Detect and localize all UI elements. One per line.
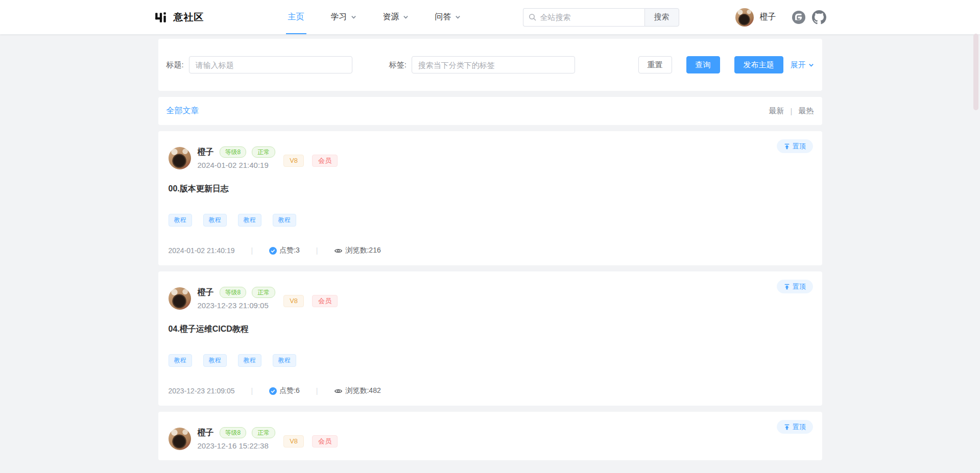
like-check-icon — [269, 387, 277, 395]
level-badge: 等级8 — [220, 146, 247, 158]
post-tag[interactable]: 教程 — [238, 214, 261, 227]
main-content: 标题: 标签: 重置 查询 发布主题 展开 全部文章 最新 | 最热 — [158, 34, 822, 460]
query-button[interactable]: 查询 — [686, 56, 720, 73]
title-filter-label: 标题: — [166, 60, 184, 70]
nav-item-resources[interactable]: 资源 — [370, 0, 422, 34]
publish-topic-button[interactable]: 发布主题 — [734, 56, 783, 73]
stat-divider: | — [251, 246, 253, 255]
pin-top-icon — [784, 143, 790, 150]
post-tag[interactable]: 教程 — [238, 354, 261, 367]
likes-stat: 点赞:6 — [269, 386, 300, 395]
eye-icon — [334, 246, 343, 255]
post-tag[interactable]: 教程 — [169, 214, 192, 227]
user-area: 橙子 — [735, 8, 826, 27]
page-scrollbar[interactable] — [973, 34, 978, 110]
level-badge: 等级8 — [220, 287, 247, 298]
nav-item-learn[interactable]: 学习 — [318, 0, 370, 34]
title-filter-input[interactable] — [189, 56, 352, 73]
chevron-down-icon — [403, 14, 409, 20]
expand-label: 展开 — [791, 60, 806, 70]
search-box[interactable] — [523, 8, 644, 27]
status-badge: 正常 — [252, 287, 275, 298]
vip-badge: V8 — [283, 295, 304, 307]
search-input[interactable] — [540, 13, 639, 21]
nav-item-home[interactable]: 主页 — [275, 0, 318, 34]
sort-newest[interactable]: 最新 — [769, 106, 784, 116]
pin-label: 置顶 — [793, 142, 806, 151]
member-badge: 会员 — [312, 155, 338, 167]
stat-time: 2024-01-02 21:40:19 — [169, 246, 235, 255]
post-tag[interactable]: 教程 — [169, 354, 192, 367]
post-card: 置顶 橙子 等级8 正常 2023-12-23 21:09:05 V8 会员 0… — [158, 271, 822, 406]
views-text: 浏览数:216 — [345, 246, 380, 255]
post-time: 2024-01-02 21:40:19 — [198, 161, 276, 169]
sort-divider: | — [791, 107, 793, 115]
eye-icon — [334, 387, 343, 395]
post-author-row: 橙子 等级8 正常 2023-12-23 21:09:05 V8 会员 — [169, 287, 812, 310]
likes-stat: 点赞:3 — [269, 246, 300, 255]
main-nav: 主页 学习 资源 问答 — [275, 0, 474, 34]
pin-button[interactable]: 置顶 — [777, 420, 813, 434]
brand[interactable]: 意社区 — [154, 11, 204, 24]
tag-filter-input[interactable] — [412, 56, 575, 73]
site-search: 搜索 — [523, 8, 679, 27]
author-name[interactable]: 橙子 — [198, 428, 214, 438]
author-name[interactable]: 橙子 — [198, 287, 214, 298]
post-time: 2023-12-16 15:22:38 — [198, 441, 276, 450]
post-stats: 2024-01-02 21:40:19 | 点赞:3 | 浏览数:216 — [169, 246, 812, 255]
vip-badge: V8 — [283, 435, 304, 447]
likes-text: 点赞:3 — [279, 246, 300, 255]
vip-badge: V8 — [283, 155, 304, 167]
pin-label: 置顶 — [793, 422, 806, 432]
nav-item-qa[interactable]: 问答 — [422, 0, 474, 34]
brand-logo-icon — [154, 11, 168, 24]
author-avatar[interactable] — [169, 147, 191, 169]
nav-item-label: 学习 — [331, 12, 347, 22]
top-header: 意社区 主页 学习 资源 问答 — [0, 0, 980, 34]
member-badge: 会员 — [312, 295, 338, 307]
list-header: 全部文章 最新 | 最热 — [158, 97, 822, 125]
pin-button[interactable]: 置顶 — [777, 139, 813, 153]
pin-label: 置顶 — [793, 282, 806, 291]
post-title[interactable]: 04.橙子运维CICD教程 — [169, 324, 812, 335]
brand-title: 意社区 — [174, 11, 204, 24]
pin-top-icon — [784, 284, 790, 290]
github-icon[interactable] — [812, 10, 826, 24]
post-author-row: 橙子 等级8 正常 2024-01-02 21:40:19 V8 会员 — [169, 146, 812, 169]
post-tags: 教程 教程 教程 教程 — [169, 214, 812, 227]
views-stat: 浏览数:482 — [334, 386, 380, 395]
search-icon — [529, 13, 536, 21]
expand-toggle[interactable]: 展开 — [791, 60, 814, 70]
stat-divider: | — [316, 246, 318, 255]
post-author-row: 橙子 等级8 正常 2023-12-16 15:22:38 V8 会员 — [169, 427, 812, 450]
author-avatar[interactable] — [169, 287, 191, 310]
author-avatar[interactable] — [169, 428, 191, 450]
post-tag[interactable]: 教程 — [203, 214, 227, 227]
post-tag[interactable]: 教程 — [273, 214, 296, 227]
level-badge: 等级8 — [220, 427, 247, 438]
all-articles-tab[interactable]: 全部文章 — [166, 106, 199, 116]
status-badge: 正常 — [252, 427, 275, 438]
filter-panel: 标题: 标签: 重置 查询 发布主题 展开 — [158, 39, 822, 91]
post-title[interactable]: 00.版本更新日志 — [169, 184, 812, 194]
user-avatar[interactable] — [735, 8, 754, 27]
post-stats: 2023-12-23 21:09:05 | 点赞:6 | 浏览数:482 — [169, 386, 812, 395]
post-time: 2023-12-23 21:09:05 — [198, 301, 276, 310]
search-button[interactable]: 搜索 — [644, 8, 679, 27]
sort-options: 最新 | 最热 — [769, 106, 814, 116]
nav-item-label: 主页 — [288, 12, 304, 22]
sort-hottest[interactable]: 最热 — [799, 106, 814, 116]
post-card: 置顶 橙子 等级8 正常 2023-12-16 15:22:38 V8 会员 — [158, 412, 822, 460]
author-name[interactable]: 橙子 — [198, 147, 214, 158]
post-tag[interactable]: 教程 — [273, 354, 296, 367]
nav-item-label: 资源 — [383, 12, 399, 22]
reset-button[interactable]: 重置 — [638, 56, 672, 73]
nav-item-label: 问答 — [435, 12, 451, 22]
views-stat: 浏览数:216 — [334, 246, 380, 255]
tag-filter-label: 标签: — [389, 60, 407, 70]
post-tag[interactable]: 教程 — [203, 354, 227, 367]
user-name[interactable]: 橙子 — [760, 12, 776, 22]
likes-text: 点赞:6 — [279, 386, 300, 395]
pin-button[interactable]: 置顶 — [777, 280, 813, 293]
gitee-icon[interactable] — [792, 10, 806, 24]
